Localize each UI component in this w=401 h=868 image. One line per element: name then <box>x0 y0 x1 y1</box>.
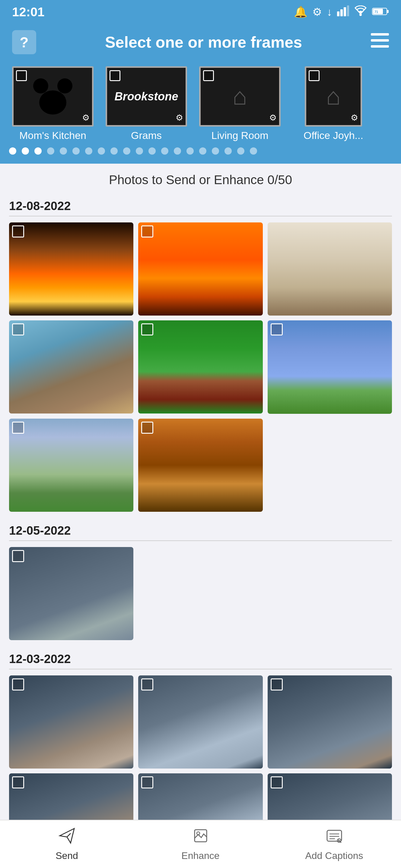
svg-rect-14 <box>327 830 342 841</box>
photos-section: Photos to Send or Enhance 0/50 12-08-202… <box>0 164 401 868</box>
dot <box>60 147 67 155</box>
status-time: 12:01 <box>12 5 45 19</box>
page-title: Select one or more frames <box>105 33 302 51</box>
mickey-ear-right <box>57 79 73 93</box>
frame-card-office[interactable]: ⌂ ⚙ <box>305 66 362 127</box>
frame-checkbox-living-room[interactable] <box>203 70 214 81</box>
photo-item[interactable] <box>9 418 133 512</box>
photo-checkbox[interactable] <box>12 225 24 238</box>
frame-card-grams[interactable]: Brookstone ⚙ <box>106 66 187 127</box>
tab-send[interactable]: Send <box>0 820 134 868</box>
photo-item[interactable] <box>138 418 262 512</box>
photo-checkbox[interactable] <box>12 678 24 690</box>
photo-checkbox[interactable] <box>12 323 24 336</box>
svg-rect-10 <box>371 39 389 41</box>
photo-item[interactable] <box>138 222 262 315</box>
photo-checkbox[interactable] <box>12 422 24 434</box>
dot <box>174 147 181 155</box>
photo-item[interactable] <box>138 320 262 413</box>
photo-item[interactable] <box>9 320 133 413</box>
photo-item[interactable] <box>268 222 392 315</box>
dot <box>187 147 194 155</box>
mickey-head <box>39 90 66 115</box>
photo-checkbox[interactable] <box>141 678 153 690</box>
dot <box>22 147 29 155</box>
photo-checkbox[interactable] <box>271 678 283 690</box>
tab-bar: Send Enhance Add Captions <box>0 820 401 868</box>
send-icon <box>59 827 76 848</box>
svg-text:71: 71 <box>374 10 378 13</box>
photo-checkbox[interactable] <box>12 776 24 788</box>
photo-checkbox[interactable] <box>12 550 24 562</box>
frame-item[interactable]: ⌂ ⚙ Living Room <box>196 66 284 141</box>
frame-settings-icon[interactable]: ⚙ <box>269 113 277 123</box>
svg-rect-2 <box>344 7 346 16</box>
photo-grid-2 <box>9 547 392 640</box>
dot <box>9 147 16 155</box>
photo-item[interactable] <box>268 320 392 413</box>
photo-item[interactable] <box>138 675 262 769</box>
date-header-3: 12-03-2022 <box>9 646 392 670</box>
frame-item[interactable]: ⌂ ⚙ Office Joyh... <box>290 66 377 141</box>
tab-label-add-captions: Add Captions <box>305 850 363 861</box>
photo-checkbox[interactable] <box>141 776 153 788</box>
frame-checkbox-moms-kitchen[interactable] <box>16 70 27 81</box>
photo-checkbox[interactable] <box>141 422 153 434</box>
battery-icon: 71 <box>372 6 389 19</box>
photo-item[interactable] <box>268 675 392 769</box>
photo-item[interactable] <box>9 675 133 769</box>
frame-label-moms-kitchen: Mom's Kitchen <box>19 130 86 141</box>
wifi-icon <box>354 5 367 19</box>
frame-settings-icon[interactable]: ⚙ <box>176 113 183 123</box>
photo-grid-1 <box>9 222 392 512</box>
mickey-ear-left <box>33 79 48 93</box>
frame-card-moms-kitchen[interactable]: ⚙ <box>12 66 93 127</box>
brookstone-text: Brookstone <box>114 90 178 103</box>
frame-settings-icon[interactable]: ⚙ <box>351 113 358 123</box>
photo-checkbox[interactable] <box>141 225 153 238</box>
tab-enhance[interactable]: Enhance <box>134 820 267 868</box>
frame-settings-icon[interactable]: ⚙ <box>82 113 90 123</box>
tab-label-enhance: Enhance <box>181 850 219 861</box>
dot <box>237 147 245 155</box>
frame-item[interactable]: Brookstone ⚙ Grams <box>103 66 190 141</box>
dot <box>212 147 219 155</box>
frame-label-office: Office Joyh... <box>304 130 363 141</box>
svg-rect-0 <box>337 11 339 16</box>
frame-card-living-room[interactable]: ⌂ ⚙ <box>199 66 281 127</box>
frame-label-grams: Grams <box>131 130 162 141</box>
photos-count: Photos to Send or Enhance 0/50 <box>9 164 392 193</box>
dot <box>85 147 92 155</box>
menu-button[interactable] <box>371 33 389 51</box>
dot <box>73 147 80 155</box>
dot <box>199 147 206 155</box>
help-button[interactable]: ? <box>12 30 36 54</box>
photo-checkbox[interactable] <box>141 323 153 336</box>
dot <box>136 147 143 155</box>
carousel-dots <box>0 141 401 164</box>
captions-icon <box>326 827 343 848</box>
dot <box>98 147 105 155</box>
dot <box>123 147 130 155</box>
frame-item[interactable]: ⚙ Mom's Kitchen <box>9 66 96 141</box>
date-header-2: 12-05-2022 <box>9 518 392 541</box>
house-icon: ⌂ <box>326 83 341 110</box>
enhance-icon <box>192 827 209 848</box>
signal-icon <box>337 5 349 19</box>
dot <box>34 147 41 155</box>
photo-checkbox[interactable] <box>271 776 283 788</box>
photo-item[interactable] <box>9 222 133 315</box>
dot <box>161 147 168 155</box>
svg-rect-3 <box>347 5 349 16</box>
dot <box>250 147 257 155</box>
svg-rect-7 <box>387 10 389 13</box>
mickey-logo <box>33 79 73 115</box>
photo-item[interactable] <box>9 547 133 640</box>
tab-add-captions[interactable]: Add Captions <box>267 820 401 868</box>
frame-checkbox-office[interactable] <box>309 70 319 81</box>
help-icon: ? <box>20 34 28 51</box>
status-icons: 🔔 ⚙ ↓ 71 <box>294 5 389 19</box>
dot <box>47 147 54 155</box>
photo-checkbox[interactable] <box>271 323 283 336</box>
frame-checkbox-grams[interactable] <box>110 70 120 81</box>
